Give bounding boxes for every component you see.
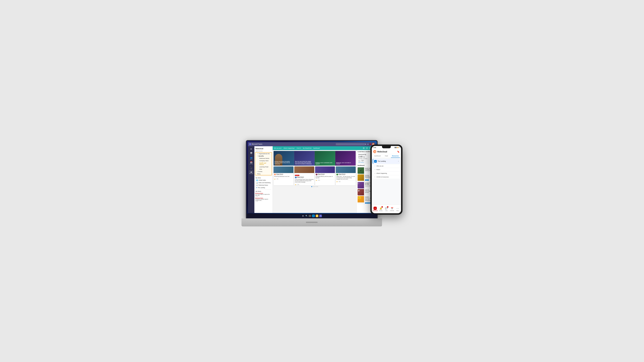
- phone-landing-h-icon: H: [374, 160, 377, 163]
- sp-nav-global-sales[interactable]: 🌐 Global Sales: [254, 179, 272, 182]
- dashboard-thumb-cafe: ☕: [358, 189, 364, 195]
- nav-teams-icon[interactable]: 👥 Teams: [249, 156, 253, 160]
- teams-title: Microsoft Teams: [252, 143, 262, 145]
- news-comment-1[interactable]: 💬 1: [277, 178, 278, 179]
- laptop-screen: T Microsoft Teams U: [247, 141, 377, 218]
- phone-nav-covid[interactable]: ▶ COVID-19 resources: [373, 175, 400, 179]
- phone-nav-relecloud[interactable]: R Relecloud: [373, 207, 378, 211]
- news-card-2[interactable]: Boosted Megan Bowen Mon at 5:46 PM: [294, 166, 314, 185]
- phone-nav-calendar[interactable]: 📅 Calendar: [390, 207, 394, 211]
- phone-nav-activity[interactable]: 🔔 1 Activity: [378, 207, 383, 211]
- weather-time-value: 2:49: [358, 155, 362, 158]
- news-like-2[interactable]: 👍 4: [295, 184, 297, 185]
- sp-nav-give[interactable]: Give: [255, 168, 272, 170]
- hero-text-4: Wellbeing: carve out breaks in Outlook: [336, 162, 355, 165]
- sp-nav-learning-portal[interactable]: Learning Portal: [255, 166, 272, 168]
- nav-calls-icon[interactable]: 📞 Calls: [249, 166, 253, 170]
- sp-nav-company-store[interactable]: Company Store: [255, 160, 272, 162]
- taskbar-explorer-icon[interactable]: 📁: [316, 215, 318, 217]
- sp-share-icon[interactable]: ↗: [366, 147, 368, 149]
- phone-tab-feed[interactable]: Feed: [382, 154, 391, 158]
- sp-nav-sales-marketing[interactable]: 📊 Sales and Marketing: [254, 182, 272, 184]
- news-card-actions-2: 👍 4 💬 1: [294, 184, 314, 185]
- sp-nav-policy[interactable]: Policy: [255, 173, 272, 175]
- news-author-name-4: Megan Bowen: [338, 174, 346, 175]
- hero-item-1[interactable]: Driving new product innovation, powered …: [274, 151, 294, 166]
- phone-landing-label: The Landing: [378, 160, 386, 162]
- boosted-badge: Boosted: [295, 175, 299, 176]
- phone-nav-the-landing[interactable]: H The Landing ▾: [373, 159, 400, 164]
- dashboard-action-holiday[interactable]: See all: [365, 179, 369, 181]
- nav-chat-icon[interactable]: 💬 Chat: [249, 152, 253, 156]
- news-card-3[interactable]: Megan Bowen Mon at 5:46 PM Unlocking eff…: [315, 166, 335, 185]
- titlebar-maximize[interactable]: [367, 144, 368, 145]
- titlebar-minimize[interactable]: [365, 144, 366, 145]
- phone-app-icon: R: [373, 150, 376, 153]
- carousel-dot-2[interactable]: [313, 186, 314, 187]
- my-sites-label: My Sites: [254, 177, 272, 179]
- search-input[interactable]: [336, 143, 365, 145]
- nav-apps-icon[interactable]: ⊞: [249, 147, 253, 151]
- phone-tab-resources[interactable]: Resources: [391, 154, 400, 158]
- news-comment-4[interactable]: 💬 1: [339, 181, 341, 182]
- sp-nav-benefits[interactable]: ▼ Benefits: [255, 155, 272, 157]
- carousel-dot-5[interactable]: [317, 186, 318, 187]
- hero-item-2[interactable]: Meet the team behind the design: How par…: [294, 151, 315, 166]
- news-card-4[interactable]: Megan Bowen Mon at 3:11 PM Hybrid work -…: [336, 166, 356, 185]
- taskbar-teams-icon[interactable]: T: [319, 215, 322, 217]
- hero-item-3[interactable]: Building a more sustainable world togeth…: [315, 151, 335, 166]
- my-news-item-2[interactable]: Relecloud News President's Keynote Speec…: [254, 197, 272, 202]
- phone-tab-dashboard[interactable]: Dashboard: [373, 154, 382, 158]
- phone-bottom-nav: R Relecloud 🔔 1 Activity 💬 2: [372, 204, 401, 213]
- carousel-dot-1[interactable]: [311, 186, 312, 187]
- laptop-base: [242, 218, 382, 226]
- laptop: T Microsoft Teams U: [242, 136, 382, 226]
- hero-text-3: Building a more sustainable world togeth…: [316, 162, 334, 165]
- sp-nav-the-landing[interactable]: H The Landing: [254, 186, 272, 189]
- laptop-body: T Microsoft Teams U: [246, 140, 378, 219]
- battery-icon: ▮: [399, 147, 399, 148]
- weather-condition-text: Rain: [358, 160, 360, 161]
- sp-nav-relecloud-works[interactable]: Relecloud Works: [255, 157, 272, 160]
- hero-item-4[interactable]: Wellbeing: carve out breaks in Outlook: [335, 151, 356, 166]
- news-comment-3[interactable]: 💬 1: [318, 180, 320, 181]
- sp-star-icon[interactable]: ★: [363, 147, 365, 149]
- phone-nav-find-it[interactable]: ▶ Find it: [373, 168, 400, 171]
- nav-calendar-icon[interactable]: 📅 Calendar: [249, 161, 253, 165]
- sp-nav-health-fitness[interactable]: Health and Fitness: [255, 162, 272, 166]
- news-like-1[interactable]: 👍 4: [274, 178, 276, 179]
- news-card-body-3: Megan Bowen Mon at 5:46 PM Unlocking eff…: [315, 173, 335, 179]
- carousel-dot-3[interactable]: [314, 186, 315, 187]
- my-news-item-1[interactable]: Relecloud News Our Three Steps to Improv…: [254, 192, 272, 197]
- sp-nav-org-info[interactable]: ▼ Organizational Info: [255, 153, 272, 155]
- sp-divider-2: [256, 189, 271, 190]
- phone-tabs: Dashboard Feed Resources: [372, 154, 401, 158]
- sp-topnav-find-it[interactable]: Find it▾: [297, 147, 301, 149]
- taskbar-start-icon[interactable]: ⊞: [302, 215, 304, 217]
- phone-nav-more[interactable]: ⋯ More: [395, 207, 400, 211]
- sp-nav-relecloud-news[interactable]: 📰 Relecloud News: [254, 184, 272, 186]
- sp-topnav-whats-happening[interactable]: What's happening▾: [284, 147, 295, 149]
- news-card-1[interactable]: Megan Bowen Wed at 8:01 PM Introducing R…: [274, 166, 294, 185]
- sp-topnav-who-we-are[interactable]: Who we are▾: [274, 147, 282, 149]
- phone-nav-whats-happening[interactable]: ▶ What's happening: [373, 172, 400, 175]
- sp-topnav-dashboard[interactable]: Dashboard: [313, 147, 320, 149]
- taskbar-search-icon[interactable]: 🔍: [305, 215, 308, 217]
- news-comment-2[interactable]: 💬 1: [298, 184, 299, 185]
- sp-nav-events[interactable]: ▶ Events: [255, 170, 272, 173]
- phone-bookmark-icon[interactable]: 🔖: [397, 150, 400, 153]
- news-like-3[interactable]: 👍 3: [316, 180, 318, 181]
- sp-topnav-my-sharepoint[interactable]: My SharePoint: [303, 147, 312, 149]
- nav-relecloud-icon[interactable]: ☁ Relecloud: [249, 170, 253, 174]
- phone-nav-chat-label: Chat: [386, 210, 388, 211]
- news-avatar-4: [336, 174, 338, 175]
- phone-nav-chat[interactable]: 💬 2 Chat: [384, 207, 389, 211]
- carousel-dot-4[interactable]: [316, 186, 316, 187]
- phone-nav-who-we-are[interactable]: ▶ Who we are: [373, 164, 400, 168]
- dashboard-thumb-tasks: ☐: [358, 182, 364, 188]
- phone-chat-badge: 2: [387, 206, 388, 208]
- taskbar-edge-icon[interactable]: e: [312, 215, 315, 217]
- taskbar-taskview-icon[interactable]: [309, 215, 311, 217]
- news-author-time-1: Wed at 8:01 PM: [276, 175, 283, 176]
- news-like-4[interactable]: 👍 2: [336, 181, 338, 182]
